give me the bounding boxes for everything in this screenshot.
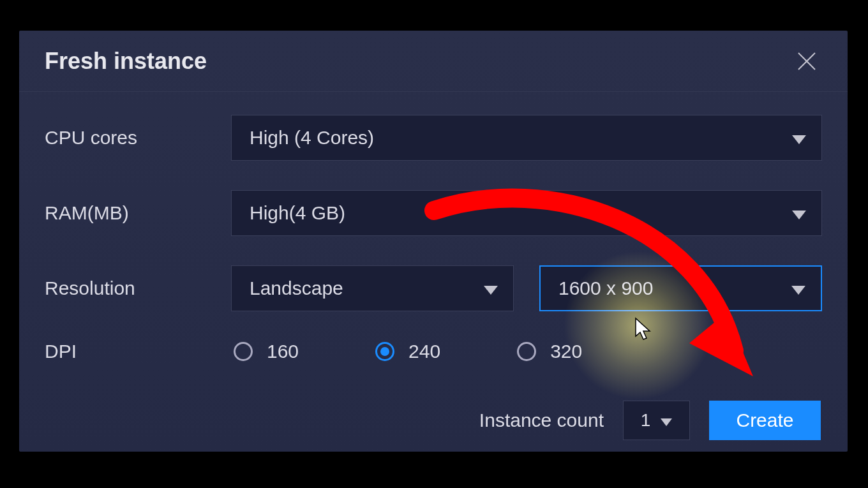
instance-count-select[interactable]: 1 (623, 401, 690, 440)
dialog-footer: Instance count 1 Create (45, 401, 822, 440)
dpi-label: DPI (45, 341, 231, 362)
radio-icon (375, 342, 394, 361)
instance-count-label: Instance count (479, 410, 604, 431)
ram-row: RAM(MB) High(4 GB) (45, 190, 822, 236)
svg-marker-5 (791, 286, 805, 295)
fresh-instance-dialog: Fresh instance CPU cores High (4 Cores) … (19, 31, 848, 452)
cpu-row: CPU cores High (4 Cores) (45, 115, 822, 161)
create-button-label: Create (736, 410, 793, 431)
svg-marker-6 (661, 418, 672, 426)
svg-marker-2 (792, 135, 806, 144)
dpi-option-label: 320 (550, 341, 582, 362)
svg-marker-3 (792, 211, 806, 219)
orientation-select-value: Landscape (250, 277, 343, 299)
close-icon (796, 50, 818, 72)
ram-select[interactable]: High(4 GB) (231, 190, 822, 236)
close-button[interactable] (791, 46, 822, 77)
dialog-title: Fresh instance (45, 48, 207, 75)
radio-icon (517, 342, 536, 361)
chevron-down-icon (484, 277, 498, 299)
instance-count-value: 1 (641, 410, 651, 431)
dpi-option-240[interactable]: 240 (375, 341, 440, 362)
radio-dot-icon (380, 347, 389, 356)
resolution-row: Resolution Landscape 1600 x 900 (45, 265, 822, 311)
ram-select-value: High(4 GB) (250, 202, 345, 224)
resolution-size-select[interactable]: 1600 x 900 (539, 265, 822, 311)
svg-marker-4 (484, 286, 498, 295)
chevron-down-icon (792, 202, 806, 224)
dpi-option-160[interactable]: 160 (234, 341, 299, 362)
resolution-label: Resolution (45, 277, 231, 299)
create-button[interactable]: Create (709, 401, 821, 440)
orientation-select[interactable]: Landscape (231, 265, 514, 311)
chevron-down-icon (661, 410, 672, 431)
radio-icon (234, 342, 253, 361)
cpu-select[interactable]: High (4 Cores) (231, 115, 822, 161)
resolution-size-value: 1600 x 900 (558, 277, 653, 299)
dpi-option-320[interactable]: 320 (517, 341, 582, 362)
ram-label: RAM(MB) (45, 202, 231, 224)
title-bar: Fresh instance (19, 31, 848, 92)
cpu-label: CPU cores (45, 127, 231, 149)
dpi-option-label: 160 (267, 341, 299, 362)
chevron-down-icon (792, 127, 806, 149)
cpu-select-value: High (4 Cores) (250, 127, 374, 149)
dpi-row: DPI 160 240 320 (45, 341, 822, 362)
chevron-down-icon (791, 277, 805, 299)
dpi-option-label: 240 (408, 341, 440, 362)
dpi-radio-group: 160 240 320 (231, 341, 582, 362)
